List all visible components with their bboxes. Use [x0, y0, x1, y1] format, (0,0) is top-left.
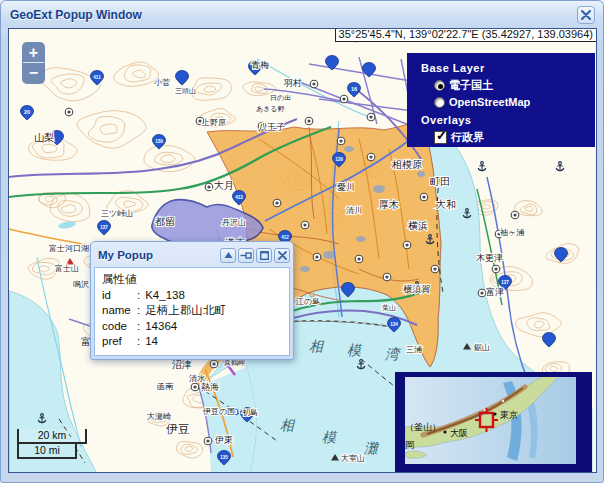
base-layer-option[interactable]: 電子国土: [434, 78, 595, 92]
popup-pin-button[interactable]: [238, 248, 254, 263]
svg-text:横浜: 横浜: [408, 220, 428, 231]
route-pin: 411: [91, 71, 104, 86]
svg-text:丹沢山: 丹沢山: [222, 218, 246, 227]
svg-text:木更津: 木更津: [476, 253, 503, 263]
svg-text:横須賀: 横須賀: [403, 284, 430, 294]
svg-text:熱海: 熱海: [201, 382, 219, 392]
attribute-key: code: [102, 319, 135, 335]
zoom-in-button[interactable]: +: [23, 43, 44, 63]
svg-text:葉山: 葉山: [382, 304, 396, 311]
popup-maximize-button[interactable]: [256, 248, 272, 263]
window-titlebar[interactable]: GeoExt Popup Window: [1, 1, 603, 28]
svg-text:日の出: 日の出: [270, 94, 291, 102]
route-pin: 137: [98, 221, 111, 236]
overlays-heading: Overlays: [421, 114, 595, 127]
base-layer-heading: Base Layer: [421, 62, 595, 75]
route-pin: [543, 333, 556, 348]
svg-text:134: 134: [390, 322, 398, 327]
svg-text:清川: 清川: [346, 206, 362, 215]
svg-text:沼津: 沼津: [172, 359, 192, 370]
svg-text:三頭山: 三頭山: [175, 87, 196, 95]
attribute-row: name:足柄上郡山北町: [102, 303, 282, 319]
svg-text:真鶴岬: 真鶴岬: [224, 359, 245, 367]
svg-text:139: 139: [155, 139, 163, 144]
checkbox-icon[interactable]: [434, 131, 447, 144]
overlay-option[interactable]: 行政界: [434, 130, 595, 144]
attribute-value: 14364: [145, 319, 177, 335]
svg-text:相: 相: [280, 418, 296, 433]
svg-text:三ツ峠山: 三ツ峠山: [101, 209, 133, 218]
svg-text:相模原: 相模原: [391, 159, 422, 170]
svg-text:初島: 初島: [242, 408, 258, 417]
svg-text:山梨: 山梨: [34, 132, 54, 143]
attribute-row: pref:14: [102, 334, 282, 350]
svg-text:あきる野: あきる野: [256, 105, 285, 113]
attribute-key: pref: [102, 334, 135, 350]
svg-text:413: 413: [235, 195, 243, 200]
svg-text:富士山: 富士山: [55, 264, 79, 273]
layer-label: OpenStreetMap: [449, 96, 530, 108]
mouse-position-readout: 35°25'45.4"N, 139°02'22.7"E (35.42927, 1…: [335, 28, 597, 42]
scale-bar: 20 km 10 mi: [17, 429, 87, 459]
route-pin: [176, 71, 189, 86]
svg-text:137: 137: [100, 225, 108, 230]
svg-text:江の島: 江の島: [295, 297, 320, 306]
overview-label: 大阪: [450, 428, 468, 438]
svg-text:135: 135: [220, 455, 228, 460]
svg-text:青梅: 青梅: [251, 60, 269, 70]
zoom-out-button[interactable]: −: [23, 63, 44, 83]
popup-title: My Popup: [94, 249, 218, 261]
window-title: GeoExt Popup Window: [1, 8, 577, 22]
svg-text:鳴沢: 鳴沢: [73, 280, 89, 289]
svg-text:大室山: 大室山: [341, 454, 365, 463]
svg-text:127: 127: [501, 280, 509, 285]
svg-text:上野原: 上野原: [201, 118, 226, 127]
zoom-control: + −: [22, 42, 45, 84]
svg-text:412: 412: [281, 235, 289, 240]
svg-text:富士河口湖: 富士河口湖: [49, 244, 89, 253]
attribute-heading: 属性値: [102, 272, 282, 288]
layer-switcher-panel: Base Layer 電子国土OpenStreetMap Overlays 行政…: [407, 53, 595, 147]
attribute-row: code:14364: [102, 319, 282, 335]
overview-map[interactable]: 東京大阪（釜山）岡: [405, 377, 576, 464]
scale-mi: 10 mi: [17, 444, 77, 459]
svg-text:愛川: 愛川: [337, 182, 355, 192]
svg-text:129: 129: [335, 157, 343, 162]
attribute-value: 14: [145, 334, 158, 350]
svg-text:16: 16: [351, 86, 357, 92]
base-layer-option[interactable]: OpenStreetMap: [434, 95, 595, 109]
overview-label: 東京: [500, 410, 518, 420]
attribute-key: name: [102, 303, 135, 319]
my-popup-window: My Popup 属性値 id:K4_138name:足柄上郡山北町code:1…: [90, 241, 294, 360]
attribute-value: 足柄上郡山北町: [145, 303, 226, 319]
svg-text:20: 20: [24, 109, 30, 115]
svg-text:相: 相: [309, 339, 325, 354]
route-pin: 20: [21, 106, 34, 121]
svg-text:伊豆の国: 伊豆の国: [203, 407, 235, 416]
popup-close-button[interactable]: [274, 248, 290, 263]
radio-icon[interactable]: [434, 97, 445, 108]
svg-text:厚木: 厚木: [379, 199, 399, 210]
window-close-button[interactable]: [577, 6, 595, 24]
radio-icon[interactable]: [434, 80, 445, 91]
svg-text:都留: 都留: [155, 216, 175, 227]
close-icon: [581, 10, 591, 20]
svg-text:模: 模: [347, 343, 363, 358]
layer-label: 行政界: [451, 131, 484, 143]
overview-label: 岡: [405, 440, 414, 450]
svg-text:411: 411: [93, 75, 101, 80]
svg-text:八王子: 八王子: [258, 122, 285, 132]
popup-titlebar[interactable]: My Popup: [94, 245, 290, 265]
map-viewport[interactable]: 20411139137138141341212916136135134127山梨…: [8, 28, 597, 473]
svg-text:富津: 富津: [486, 287, 504, 297]
route-pin: [555, 248, 568, 263]
svg-text:伊東: 伊東: [215, 435, 233, 445]
svg-text:函南: 函南: [157, 382, 174, 391]
overview-map-frame: 東京大阪（釜山）岡: [395, 372, 592, 472]
route-pin: 16: [348, 83, 361, 98]
svg-text:伊豆: 伊豆: [166, 422, 190, 436]
svg-text:大月: 大月: [214, 180, 234, 191]
attribute-row: id:K4_138: [102, 288, 282, 304]
popup-collapse-button[interactable]: [220, 248, 236, 263]
svg-text:大瀬崎: 大瀬崎: [147, 412, 171, 421]
